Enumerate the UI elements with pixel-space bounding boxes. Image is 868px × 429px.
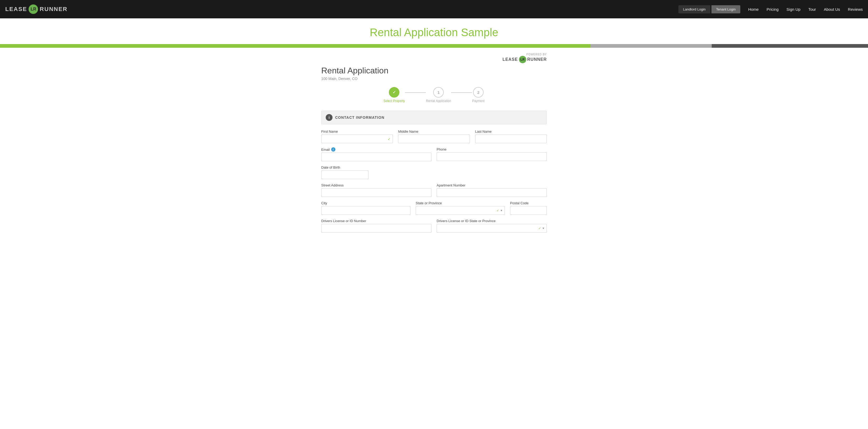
nav-signup[interactable]: Sign Up bbox=[786, 7, 800, 11]
step-connector-2 bbox=[451, 92, 472, 93]
nav-links: Home Pricing Sign Up Tour About Us Revie… bbox=[748, 7, 863, 11]
logo: LEASE LR RUNNER bbox=[5, 4, 67, 14]
phone-input[interactable] bbox=[437, 152, 547, 161]
nav-right: Landlord Login Tenant Login Home Pricing… bbox=[678, 5, 863, 13]
contact-section-icon: i bbox=[326, 114, 333, 121]
dl-number-group: Drivers License or ID Number bbox=[321, 219, 431, 233]
top-navigation: LEASE LR RUNNER Landlord Login Tenant Lo… bbox=[0, 0, 868, 18]
city-input[interactable] bbox=[321, 206, 410, 215]
step-rental-application: 1 Rental Application bbox=[426, 87, 451, 103]
login-buttons: Landlord Login Tenant Login bbox=[678, 5, 740, 13]
powered-logo: LEASE LR RUNNER bbox=[502, 56, 547, 63]
step-label-2: Payment bbox=[472, 99, 484, 103]
phone-group: Phone bbox=[437, 147, 547, 161]
progress-bar-gray bbox=[590, 44, 712, 48]
nav-about[interactable]: About Us bbox=[824, 7, 840, 11]
nav-tour[interactable]: Tour bbox=[808, 7, 816, 11]
first-name-label: First Name bbox=[321, 129, 393, 133]
contact-section-header: i CONTACT INFORMATION bbox=[321, 111, 547, 124]
step-circle-0: ✓ bbox=[389, 87, 399, 97]
powered-logo-right: RUNNER bbox=[527, 57, 547, 62]
powered-by-text: POWERED BY bbox=[526, 53, 547, 56]
street-address-input[interactable] bbox=[321, 188, 431, 197]
apartment-label: Apartment Number bbox=[437, 183, 547, 187]
dob-group: Date of Birth bbox=[321, 165, 368, 179]
apartment-group: Apartment Number bbox=[437, 183, 547, 197]
email-phone-row: Email i Phone bbox=[321, 147, 547, 161]
middle-name-input[interactable] bbox=[398, 134, 470, 143]
step-label-1: Rental Application bbox=[426, 99, 451, 103]
phone-label: Phone bbox=[437, 147, 547, 151]
nav-home[interactable]: Home bbox=[748, 7, 758, 11]
landlord-login-button[interactable]: Landlord Login bbox=[678, 5, 710, 13]
page-title-section: Rental Application Sample bbox=[0, 18, 868, 44]
progress-bar bbox=[0, 44, 868, 48]
powered-logo-left: LEASE bbox=[502, 57, 518, 62]
form-subtitle: 100 Main, Denver, CO bbox=[321, 76, 547, 81]
logo-icon: LR bbox=[29, 4, 38, 14]
postal-label: Postal Code bbox=[510, 201, 547, 205]
first-name-input[interactable] bbox=[321, 134, 393, 143]
middle-name-group: Middle Name bbox=[398, 129, 470, 143]
dl-number-label: Drivers License or ID Number bbox=[321, 219, 431, 223]
middle-name-label: Middle Name bbox=[398, 129, 470, 133]
apartment-input[interactable] bbox=[437, 188, 547, 197]
name-row: First Name ✓ Middle Name Last Name bbox=[321, 129, 547, 143]
dl-number-input[interactable] bbox=[321, 224, 431, 233]
state-label: State or Province bbox=[416, 201, 505, 205]
dl-state-select[interactable] bbox=[437, 224, 547, 233]
state-group: State or Province ✓ ▼ bbox=[416, 201, 505, 215]
state-select[interactable] bbox=[416, 206, 505, 215]
first-name-input-wrapper: ✓ bbox=[321, 134, 393, 143]
last-name-group: Last Name bbox=[475, 129, 547, 143]
form-title: Rental Application bbox=[321, 66, 547, 75]
dob-label: Date of Birth bbox=[321, 165, 368, 170]
dl-state-group: Drivers License or ID State or Province … bbox=[437, 219, 547, 233]
nav-reviews[interactable]: Reviews bbox=[848, 7, 863, 11]
tenant-login-button[interactable]: Tenant Login bbox=[711, 5, 740, 13]
postal-group: Postal Code bbox=[510, 201, 547, 215]
step-payment: 2 Payment bbox=[472, 87, 484, 103]
form-header: Rental Application 100 Main, Denver, CO bbox=[321, 66, 547, 81]
dob-row: Date of Birth bbox=[321, 165, 547, 179]
dob-input[interactable] bbox=[321, 171, 368, 179]
powered-logo-icon: LR bbox=[519, 56, 526, 63]
dl-row: Drivers License or ID Number Drivers Lic… bbox=[321, 219, 547, 233]
city-label: City bbox=[321, 201, 410, 205]
progress-bar-dark bbox=[712, 44, 868, 48]
postal-input[interactable] bbox=[510, 206, 547, 215]
step-select-property: ✓ Select Property bbox=[383, 87, 405, 103]
nav-pricing[interactable]: Pricing bbox=[767, 7, 779, 11]
step-circle-1: 1 bbox=[433, 87, 444, 97]
email-group: Email i bbox=[321, 147, 431, 161]
contact-section-title: CONTACT INFORMATION bbox=[335, 115, 384, 120]
progress-bar-green bbox=[0, 44, 590, 48]
last-name-input[interactable] bbox=[475, 134, 547, 143]
content-wrapper: POWERED BY LEASE LR RUNNER Rental Applic… bbox=[316, 48, 552, 247]
steps-container: ✓ Select Property 1 Rental Application 2… bbox=[321, 87, 547, 103]
email-input[interactable] bbox=[321, 153, 431, 161]
logo-text-right: RUNNER bbox=[40, 6, 67, 12]
email-info-icon: i bbox=[331, 147, 335, 152]
dl-state-label: Drivers License or ID State or Province bbox=[437, 219, 547, 223]
step-label-0: Select Property bbox=[383, 99, 405, 103]
page-title: Rental Application Sample bbox=[5, 26, 863, 39]
street-address-label: Street Address bbox=[321, 183, 431, 187]
powered-by: POWERED BY LEASE LR RUNNER bbox=[321, 53, 547, 63]
first-name-check-icon: ✓ bbox=[388, 137, 391, 141]
step-connector-1 bbox=[405, 92, 426, 93]
city-group: City bbox=[321, 201, 410, 215]
state-select-wrapper: ✓ ▼ bbox=[416, 206, 505, 215]
email-label: Email i bbox=[321, 147, 431, 152]
address-row: Street Address Apartment Number bbox=[321, 183, 547, 197]
last-name-label: Last Name bbox=[475, 129, 547, 133]
step-circle-2: 2 bbox=[473, 87, 484, 97]
street-address-group: Street Address bbox=[321, 183, 431, 197]
city-state-postal-row: City State or Province ✓ ▼ Postal Code bbox=[321, 201, 547, 215]
logo-text-left: LEASE bbox=[5, 6, 27, 12]
dl-state-select-wrapper: ✓ ▼ bbox=[437, 224, 547, 233]
first-name-group: First Name ✓ bbox=[321, 129, 393, 143]
